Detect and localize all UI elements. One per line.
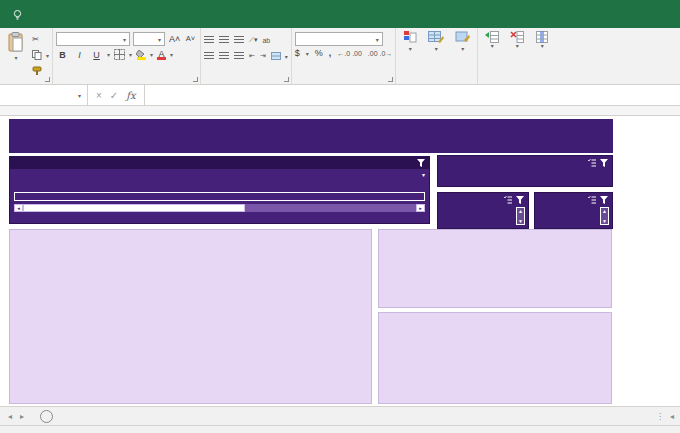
scroll-up-icon[interactable]: ▲	[601, 208, 608, 214]
format-painter-button[interactable]	[32, 64, 49, 78]
line-chart-plot	[10, 233, 371, 403]
percent-style-button[interactable]: %	[315, 48, 323, 58]
timeline-scrollbar[interactable]: ◂ ▸	[14, 204, 425, 212]
cell-styles-icon	[455, 31, 470, 44]
decrease-decimal-button[interactable]: .00 .0→	[368, 50, 393, 57]
clipboard-dialog-launcher[interactable]	[45, 77, 50, 82]
underline-dropdown[interactable]: ▾	[107, 51, 110, 58]
confirm-entry-icon[interactable]: ✓	[110, 90, 118, 101]
chart-total-sales-over-time[interactable]	[9, 229, 372, 404]
worksheet[interactable]: ▾ ◂ ▸	[0, 116, 680, 406]
fill-color-button[interactable]	[136, 50, 146, 60]
align-right-button[interactable]	[234, 52, 244, 60]
chart-sales-by-country[interactable]	[378, 229, 612, 308]
increase-font-button[interactable]: A˄	[168, 32, 181, 45]
align-center-button[interactable]	[219, 52, 229, 60]
align-middle-button[interactable]	[219, 36, 229, 44]
hscroll-left-icon[interactable]: ◂	[670, 412, 674, 421]
multi-select-icon[interactable]	[587, 196, 596, 204]
comma-style-button[interactable]: ,	[329, 48, 332, 58]
delete-cells-button[interactable]: ▾	[506, 30, 528, 51]
increase-indent-button[interactable]: ⇥	[260, 52, 266, 60]
clear-filter-icon[interactable]	[600, 159, 608, 167]
name-box[interactable]: ▾	[0, 85, 88, 105]
excel-window: ▾ ✂ ▾ ▾ ▾ A˄ A˅ B	[0, 0, 680, 433]
insert-cells-button[interactable]: ▾	[481, 30, 503, 51]
font-size-select[interactable]: ▾	[133, 32, 165, 46]
cut-button[interactable]: ✂	[32, 32, 49, 46]
format-as-table-button[interactable]: ▾	[424, 30, 448, 55]
cut-icon: ✂	[32, 34, 39, 44]
clear-filter-icon[interactable]	[516, 196, 524, 204]
decrease-font-button[interactable]: A˅	[184, 32, 197, 45]
font-name-select[interactable]: ▾	[56, 32, 130, 46]
clear-filter-icon[interactable]	[600, 196, 608, 204]
align-left-button[interactable]	[204, 52, 214, 60]
slicer-size-scrollbar[interactable]: ▲▼	[516, 207, 525, 225]
status-bar	[0, 425, 680, 433]
cell-styles-button[interactable]: ▾	[451, 30, 474, 55]
alignment-dialog-launcher[interactable]	[284, 77, 289, 82]
cancel-entry-icon[interactable]: ×	[96, 90, 102, 101]
sheet-nav-left-icon[interactable]: ◂	[8, 412, 12, 421]
orientation-button[interactable]: ⟋▾	[249, 36, 257, 44]
number-dialog-launcher[interactable]	[388, 77, 393, 82]
clipboard-group: ▾ ✂ ▾	[0, 28, 53, 84]
increase-decimal-button[interactable]: ←.0 .00	[337, 50, 362, 57]
timeline-clear-filter-icon[interactable]	[417, 159, 425, 167]
font-dialog-launcher[interactable]	[193, 77, 198, 82]
merge-center-button[interactable]: ▾	[271, 49, 288, 63]
slicer-roast-type[interactable]	[437, 155, 613, 187]
number-group: ▾ $▾ % , ←.0 .00 .00 .0→	[292, 28, 397, 84]
alignment-group: ⟋▾ ab ⇤ ⇥ ▾	[201, 28, 292, 84]
multi-select-icon[interactable]	[587, 159, 596, 167]
italic-button[interactable]: I	[73, 48, 86, 61]
wrap-text-button[interactable]: ab	[262, 33, 272, 47]
slicer-loyalty-scrollbar[interactable]: ▲▼	[600, 207, 609, 225]
lightbulb-icon	[12, 9, 23, 20]
chart-top5-customers[interactable]	[378, 312, 612, 404]
timeline-scroll-left-icon[interactable]: ◂	[14, 204, 23, 212]
align-top-button[interactable]	[204, 36, 214, 44]
new-sheet-button[interactable]	[40, 410, 53, 423]
column-headers[interactable]	[0, 106, 680, 116]
paste-button[interactable]: ▾	[3, 30, 29, 63]
slicer-loyalty-card[interactable]: ▲▼	[534, 192, 613, 229]
conditional-formatting-button[interactable]: ▾	[399, 30, 421, 55]
timeline-selection-band[interactable]	[14, 192, 425, 201]
delete-cells-icon	[510, 31, 524, 43]
timeline-scroll-thumb[interactable]	[23, 204, 245, 212]
scroll-down-icon[interactable]: ▼	[601, 218, 608, 224]
number-format-select[interactable]: ▾	[295, 32, 383, 46]
format-cells-icon	[535, 31, 549, 43]
scroll-down-icon[interactable]: ▼	[517, 218, 524, 224]
timeline-scroll-right-icon[interactable]: ▸	[416, 204, 425, 212]
tabbar-splitter-icon[interactable]: ⋮	[656, 412, 664, 421]
timeline-order-date[interactable]: ▾ ◂ ▸	[9, 156, 430, 224]
align-bottom-button[interactable]	[234, 36, 244, 44]
sheet-nav-right-icon[interactable]: ▸	[20, 412, 24, 421]
scroll-up-icon[interactable]: ▲	[517, 208, 524, 214]
format-cells-button[interactable]: ▾	[531, 30, 553, 51]
insert-cells-icon	[485, 31, 499, 43]
ribbon: ▾ ✂ ▾ ▾ ▾ A˄ A˅ B	[0, 28, 680, 85]
dashboard-title	[9, 119, 613, 153]
insert-function-icon[interactable]: ƒx	[126, 90, 135, 101]
timeline-granularity-dropdown[interactable]: ▾	[422, 171, 425, 178]
font-color-button[interactable]: A	[157, 50, 166, 60]
multi-select-icon[interactable]	[503, 196, 512, 204]
top5-bar-plot	[379, 316, 611, 403]
accounting-format-button[interactable]: $	[295, 48, 300, 58]
slicer-size[interactable]: ▲▼	[437, 192, 529, 229]
wrap-text-icon: ab	[262, 37, 270, 44]
sheet-tab-bar: ◂ ▸ ⋮ ◂	[0, 406, 680, 425]
decrease-indent-button[interactable]: ⇤	[249, 52, 255, 60]
underline-button[interactable]: U	[90, 48, 103, 61]
copy-button[interactable]: ▾	[32, 48, 49, 62]
formula-input[interactable]	[145, 85, 680, 105]
formula-bar: ▾ × ✓ ƒx	[0, 85, 680, 106]
bold-button[interactable]: B	[56, 48, 69, 61]
tell-me-box[interactable]	[0, 0, 40, 28]
timeline-month-labels	[14, 185, 425, 192]
borders-button[interactable]	[114, 49, 125, 60]
